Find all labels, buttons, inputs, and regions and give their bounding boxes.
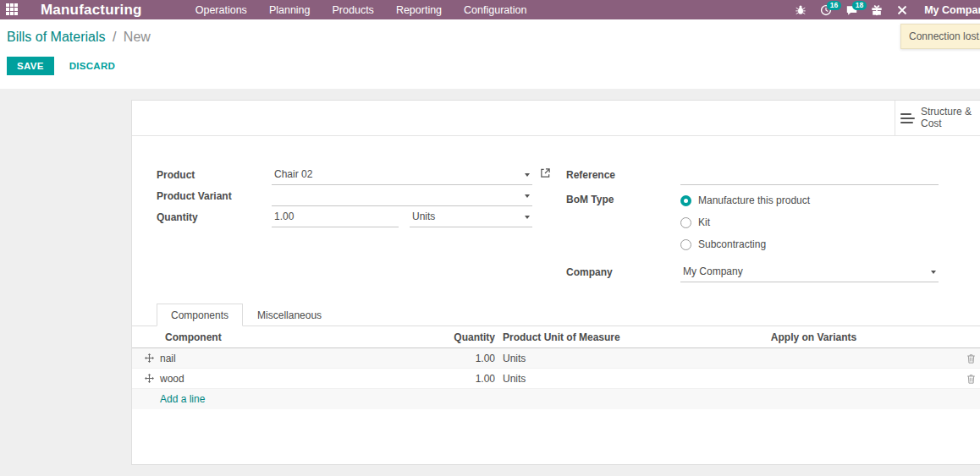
- form-right-column: Reference BoM Type Manufacture this prod…: [566, 164, 939, 282]
- product-variant-field-row: Product Variant: [157, 185, 532, 206]
- reference-label: Reference: [566, 164, 680, 185]
- menu-operations[interactable]: Operations: [184, 4, 258, 16]
- messages-chat-icon[interactable]: 18: [843, 3, 860, 18]
- add-a-line-link[interactable]: Add a line: [160, 393, 205, 405]
- uom-select[interactable]: Units: [410, 206, 532, 227]
- table-row[interactable]: nail 1.00 Units: [132, 348, 980, 369]
- delete-row-trash-icon[interactable]: [955, 353, 980, 364]
- radio-kit-label: Kit: [698, 216, 710, 228]
- product-label: Product: [157, 164, 272, 185]
- cell-component[interactable]: wood: [160, 373, 444, 385]
- save-button[interactable]: SAVE: [7, 57, 54, 75]
- systray: 16 18 My Company: [792, 0, 980, 19]
- activity-count-badge: 16: [827, 1, 840, 10]
- quantity-value: 1.00: [274, 211, 294, 222]
- product-input[interactable]: Chair 02: [272, 164, 532, 185]
- bom-type-radio-group: Manufacture this product Kit Subcontract…: [680, 189, 939, 255]
- radio-manufacture-circle[interactable]: [680, 195, 691, 206]
- radio-kit[interactable]: Kit: [680, 211, 939, 233]
- radio-kit-circle[interactable]: [680, 217, 691, 228]
- reference-field-row: Reference: [566, 164, 939, 185]
- delete-row-trash-icon[interactable]: [955, 374, 980, 384]
- control-panel-buttons: SAVE DISCARD: [7, 57, 980, 75]
- reference-input[interactable]: [680, 164, 939, 185]
- drag-handle-icon[interactable]: [145, 353, 160, 363]
- form-sheet: Structure & Cost Product Chair 02: [131, 100, 980, 465]
- header-apply-on-variants[interactable]: Apply on Variants: [672, 331, 955, 343]
- breadcrumb-parent-link[interactable]: Bills of Materials: [7, 30, 105, 44]
- gift-icon[interactable]: [868, 3, 885, 18]
- header-quantity[interactable]: Quantity: [444, 331, 495, 343]
- breadcrumb-current: New: [124, 30, 151, 44]
- apps-grid-icon[interactable]: [6, 3, 20, 16]
- table-header-row: Component Quantity Product Unit of Measu…: [132, 326, 980, 348]
- radio-subcontracting[interactable]: Subcontracting: [680, 233, 939, 255]
- product-value: Chair 02: [274, 168, 312, 180]
- cell-uom[interactable]: Units: [503, 353, 672, 364]
- header-component[interactable]: Component: [160, 331, 444, 343]
- product-variant-dropdown-caret[interactable]: [525, 194, 530, 198]
- drag-handle-icon[interactable]: [145, 374, 160, 383]
- sheet-header: Structure & Cost: [132, 101, 980, 136]
- bom-type-label: BoM Type: [566, 189, 680, 255]
- product-dropdown-caret[interactable]: [525, 173, 530, 177]
- message-count-badge: 18: [852, 1, 866, 10]
- debug-bug-icon[interactable]: [792, 3, 809, 18]
- breadcrumb: Bills of Materials / New: [7, 30, 980, 45]
- radio-manufacture-label: Manufacture this product: [698, 194, 810, 206]
- company-dropdown-caret[interactable]: [931, 271, 936, 274]
- close-x-icon[interactable]: [894, 3, 911, 18]
- structure-cost-button[interactable]: Structure & Cost: [895, 101, 980, 136]
- structure-bars-icon: [900, 113, 915, 124]
- product-field-row: Product Chair 02: [157, 164, 532, 185]
- product-variant-label: Product Variant: [157, 185, 272, 206]
- tab-components[interactable]: Components: [157, 304, 243, 326]
- radio-subcontracting-circle[interactable]: [680, 239, 691, 250]
- user-menu[interactable]: My Company: [924, 4, 980, 16]
- quantity-label: Quantity: [157, 206, 272, 227]
- control-panel: Bills of Materials / New SAVE DISCARD: [0, 19, 980, 89]
- top-navbar: Manufacturing Operations Planning Produc…: [0, 0, 980, 19]
- quantity-field-row: Quantity 1.00 Units: [157, 206, 532, 227]
- cell-quantity[interactable]: 1.00: [444, 373, 495, 385]
- product-variant-input[interactable]: [272, 185, 532, 206]
- table-row[interactable]: wood 1.00 Units: [132, 369, 980, 389]
- cell-component[interactable]: nail: [160, 353, 444, 364]
- company-value: My Company: [683, 265, 743, 277]
- header-uom[interactable]: Product Unit of Measure: [503, 331, 672, 343]
- uom-value: Units: [412, 211, 435, 222]
- quantity-input[interactable]: 1.00: [272, 206, 399, 227]
- main-menu: Operations Planning Products Reporting C…: [184, 4, 538, 16]
- radio-manufacture[interactable]: Manufacture this product: [680, 189, 939, 211]
- menu-configuration[interactable]: Configuration: [453, 4, 537, 16]
- cell-quantity[interactable]: 1.00: [444, 353, 495, 364]
- app-name[interactable]: Manufacturing: [41, 2, 142, 19]
- notebook-tabs: Components Miscellaneous: [157, 304, 336, 326]
- product-external-link-icon[interactable]: [540, 167, 551, 181]
- discard-button[interactable]: DISCARD: [69, 61, 116, 71]
- components-table: Component Quantity Product Unit of Measu…: [132, 326, 980, 409]
- menu-products[interactable]: Products: [322, 4, 385, 16]
- connection-lost-toast: Connection lost.: [900, 24, 980, 49]
- structure-cost-label: Structure & Cost: [921, 107, 972, 130]
- company-label: Company: [566, 261, 680, 282]
- activities-clock-icon[interactable]: 16: [818, 3, 834, 18]
- screen: Manufacturing Operations Planning Produc…: [0, 0, 980, 476]
- bom-type-field-row: BoM Type Manufacture this product Kit Su…: [566, 189, 939, 255]
- tab-miscellaneous[interactable]: Miscellaneous: [243, 304, 336, 326]
- cell-uom[interactable]: Units: [503, 373, 672, 385]
- form-left-column: Product Chair 02 Product Variant: [157, 164, 532, 227]
- company-select[interactable]: My Company: [680, 261, 939, 282]
- uom-dropdown-caret[interactable]: [525, 216, 530, 219]
- company-field-row: Company My Company: [566, 261, 939, 282]
- breadcrumb-separator: /: [113, 30, 116, 44]
- radio-subcontracting-label: Subcontracting: [698, 238, 766, 250]
- menu-reporting[interactable]: Reporting: [385, 4, 453, 16]
- menu-planning[interactable]: Planning: [258, 4, 322, 16]
- add-line-row: Add a line: [132, 389, 980, 409]
